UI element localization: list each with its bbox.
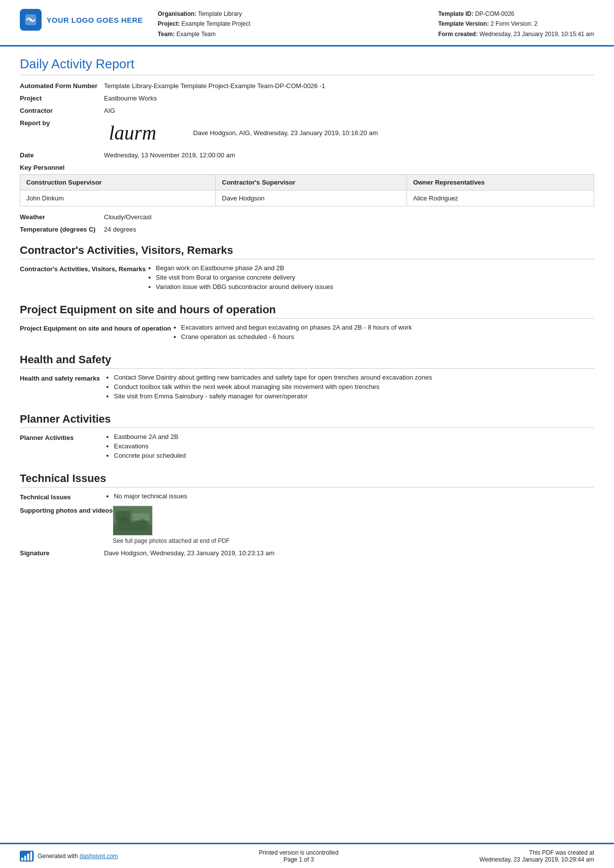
health-safety-label: Health and safety remarks [20, 374, 104, 382]
project-equipment-value: Excavators arrived and begun excavating … [171, 324, 594, 342]
main-content: Daily Activity Report Automated Form Num… [0, 47, 614, 843]
signature-drawing: laurm [104, 119, 183, 146]
technical-issues-list: No major technical issues [104, 492, 594, 500]
report-title: Daily Activity Report [20, 56, 594, 75]
personnel-data-row: John Dinkum Dave Hodgson Alice Rodriguez [20, 191, 594, 206]
signature-row: Signature Dave Hodgson, Wednesday, 23 Ja… [20, 549, 594, 557]
planner-activities-row: Planner Activities Eastbourne 2A and 2B … [20, 433, 594, 461]
col2-value: Dave Hodgson [216, 191, 407, 206]
form-created-value: Wednesday, 23 January 2019, 10:15:41 am [479, 31, 594, 38]
project-equipment-row: Project Equipment on site and hours of o… [20, 324, 594, 342]
footer-right-text: This PDF was created at [479, 849, 594, 856]
project-label: Project: [158, 20, 180, 27]
date-value: Wednesday, 13 November 2019, 12:00:00 am [104, 151, 594, 159]
template-id-label: Template ID: [438, 10, 473, 17]
health-safety-list: Contact Steve Daintry about getting new … [104, 374, 594, 400]
weather-value: Cloudy/Overcast [104, 213, 594, 221]
technical-issues-value: No major technical issues [104, 492, 594, 502]
col1-value: John Dinkum [20, 191, 216, 206]
col2-header: Contractor's Supervisor [216, 175, 407, 191]
personnel-table: Construction Supervisor Contractor's Sup… [20, 174, 594, 206]
template-version-value: 2 Form Version: 2 [491, 20, 538, 27]
project-field-label: Project [20, 95, 104, 102]
project-value: Example Template Project [182, 20, 251, 27]
list-item: No major technical issues [114, 492, 594, 500]
signature-label: Signature [20, 549, 104, 557]
project-line: Project: Example Template Project [158, 19, 438, 29]
list-item: Began work on Eastbourne phase 2A and 2B [156, 264, 594, 272]
svg-rect-9 [24, 856, 26, 861]
personnel-header-row: Construction Supervisor Contractor's Sup… [20, 175, 594, 191]
list-item: Contact Steve Daintry about getting new … [114, 374, 594, 381]
supporting-photos-label: Supporting photos and videos [20, 506, 113, 514]
contractor-row: Contractor AIG [20, 107, 594, 114]
page: YOUR LOGO GOES HERE Organisation: Templa… [0, 0, 614, 868]
automated-form-number-label: Automated Form Number [20, 82, 104, 90]
list-item: Conduct toolbox talk within the next wee… [114, 383, 594, 390]
svg-rect-10 [27, 854, 29, 861]
team-value: Example Team [176, 31, 215, 38]
footer-left: Generated with dashpivot.com [20, 851, 118, 862]
team-label: Team: [158, 31, 175, 38]
contractors-activities-heading: Contractor's Activities, Visitors, Remar… [20, 244, 594, 259]
project-field-value: Eastbourne Works [104, 95, 594, 102]
svg-rect-11 [30, 852, 32, 861]
contractor-field-label: Contractor [20, 107, 104, 114]
signature-value: Dave Hodgson, Wednesday, 23 January 2019… [104, 549, 594, 557]
report-by-value: laurm Dave Hodgson, AIG, Wednesday, 23 J… [104, 119, 594, 146]
planner-activities-heading: Planner Activities [20, 413, 594, 428]
date-row: Date Wednesday, 13 November 2019, 12:00:… [20, 151, 594, 159]
footer-link[interactable]: dashpivot.com [80, 853, 118, 860]
temperature-label: Temperature (degrees C) [20, 226, 104, 233]
supporting-photos-value: See full page photos attached at end of … [113, 506, 594, 544]
list-item: Crane operation as scheduled - 6 hours [181, 333, 594, 340]
weather-label: Weather [20, 213, 104, 221]
template-version-line: Template Version: 2 Form Version: 2 [438, 19, 594, 29]
org-label: Organisation: [158, 10, 197, 17]
photo-caption: See full page photos attached at end of … [113, 537, 594, 544]
weather-row: Weather Cloudy/Overcast [20, 213, 594, 221]
temperature-value: 24 degrees [104, 226, 594, 233]
team-line: Team: Example Team [158, 29, 438, 39]
svg-rect-8 [21, 858, 23, 861]
date-label: Date [20, 151, 104, 159]
col3-header: Owner Representatives [407, 175, 594, 191]
planner-activities-value: Eastbourne 2A and 2B Excavations Concret… [104, 433, 594, 461]
footer-center: Printed version is uncontrolled Page 1 o… [259, 849, 339, 863]
report-by-row: Report by laurm Dave Hodgson, AIG, Wedne… [20, 119, 594, 146]
logo-area: YOUR LOGO GOES HERE [20, 9, 143, 31]
contractors-activities-row: Contractor's Activities, Visitors, Remar… [20, 264, 594, 292]
template-id-value: DP-COM-0026 [475, 10, 514, 17]
photo-thumbnail [113, 506, 153, 535]
col1-header: Construction Supervisor [20, 175, 216, 191]
project-row: Project Eastbourne Works [20, 95, 594, 102]
health-safety-value: Contact Steve Daintry about getting new … [104, 374, 594, 402]
footer-generated-text: Generated with dashpivot.com [38, 853, 118, 860]
svg-point-1 [29, 18, 32, 21]
footer-right: This PDF was created at Wednesday, 23 Ja… [479, 849, 594, 863]
health-safety-row: Health and safety remarks Contact Steve … [20, 374, 594, 402]
contractor-field-value: AIG [104, 107, 594, 114]
template-id-line: Template ID: DP-COM-0026 [438, 9, 594, 19]
list-item: Excavations [114, 442, 594, 450]
list-item: Site visit from Emma Sainsbury - safety … [114, 392, 594, 400]
report-by-label: Report by [20, 119, 104, 127]
footer-right-date: Wednesday, 23 January 2019, 10:29:44 am [479, 856, 594, 863]
project-equipment-label: Project Equipment on site and hours of o… [20, 324, 171, 332]
project-equipment-heading: Project Equipment on site and hours of o… [20, 303, 594, 319]
list-item: Site visit from Boral to organise concre… [156, 274, 594, 281]
project-equipment-list: Excavators arrived and begun excavating … [171, 324, 594, 340]
org-line: Organisation: Template Library [158, 9, 438, 19]
form-created-label: Form created: [438, 31, 478, 38]
technical-issues-label: Technical Issues [20, 492, 104, 501]
footer-uncontrolled-text: Printed version is uncontrolled [259, 849, 339, 856]
technical-issues-heading: Technical Issues [20, 472, 594, 487]
technical-issues-row: Technical Issues No major technical issu… [20, 492, 594, 502]
header-right: Template ID: DP-COM-0026 Template Versio… [438, 9, 594, 39]
col3-value: Alice Rodriguez [407, 191, 594, 206]
logo-icon [20, 9, 42, 31]
list-item: Excavators arrived and begun excavating … [181, 324, 594, 331]
logo-text: YOUR LOGO GOES HERE [47, 16, 143, 24]
supporting-photos-row: Supporting photos and videos See full pa… [20, 506, 594, 544]
footer: Generated with dashpivot.com Printed ver… [0, 843, 614, 868]
